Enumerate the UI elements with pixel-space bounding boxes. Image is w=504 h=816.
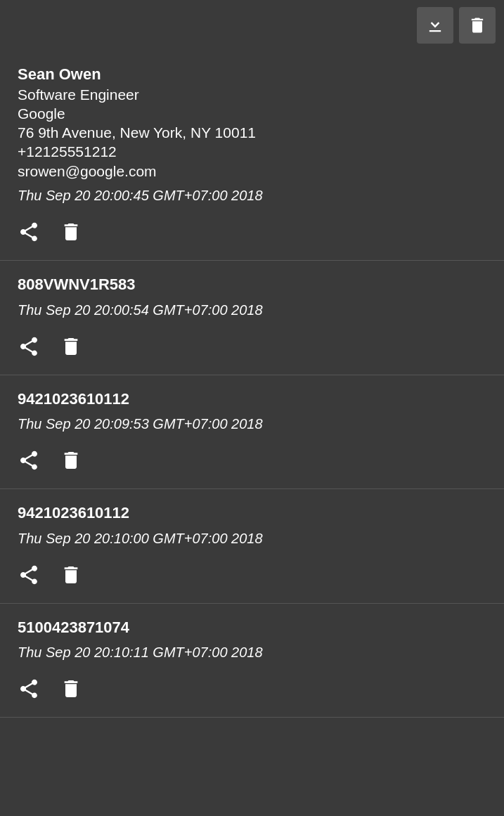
card-item-4: 5100423871074Thu Sep 20 20:10:11 GMT+07:…: [0, 604, 504, 718]
card-timestamp-4: Thu Sep 20 20:10:11 GMT+07:00 2018: [18, 645, 486, 661]
card-line-0-0: Sean Owen: [18, 65, 486, 85]
card-timestamp-3: Thu Sep 20 20:10:00 GMT+07:00 2018: [18, 531, 486, 547]
share-button-2[interactable]: [18, 449, 40, 472]
card-content-3: 9421023610112Thu Sep 20 20:10:00 GMT+07:…: [18, 503, 486, 547]
card-item-2: 9421023610112Thu Sep 20 20:09:53 GMT+07:…: [0, 375, 504, 490]
card-timestamp-0: Thu Sep 20 20:00:45 GMT+07:00 2018: [18, 188, 486, 204]
card-content-4: 5100423871074Thu Sep 20 20:10:11 GMT+07:…: [18, 618, 486, 661]
card-line-0-5: srowen@google.com: [18, 162, 486, 181]
card-actions-2: [18, 442, 486, 481]
card-actions-4: [18, 671, 486, 710]
card-line-0-2: Google: [18, 104, 486, 123]
card-line-4-0: 5100423871074: [18, 618, 486, 638]
top-toolbar: [0, 0, 504, 51]
download-button[interactable]: [417, 7, 453, 44]
card-delete-button-4[interactable]: [60, 678, 82, 700]
card-timestamp-1: Thu Sep 20 20:00:54 GMT+07:00 2018: [18, 302, 486, 318]
card-line-0-3: 76 9th Avenue, New York, NY 10011: [18, 123, 486, 142]
card-line-1-0: 808VWNV1R583: [18, 275, 486, 295]
card-line-3-0: 9421023610112: [18, 503, 486, 524]
card-timestamp-2: Thu Sep 20 20:09:53 GMT+07:00 2018: [18, 416, 486, 432]
card-line-2-0: 9421023610112: [18, 389, 486, 410]
card-actions-0: [18, 214, 486, 253]
share-button-4[interactable]: [18, 678, 40, 700]
share-button-3[interactable]: [18, 564, 40, 586]
delete-button[interactable]: [459, 7, 496, 44]
card-item-0: Sean OwenSoftware EngineerGoogle76 9th A…: [0, 51, 504, 261]
share-button-1[interactable]: [18, 335, 40, 358]
card-item-1: 808VWNV1R583Thu Sep 20 20:00:54 GMT+07:0…: [0, 261, 504, 375]
card-delete-button-0[interactable]: [60, 221, 82, 243]
card-content-0: Sean OwenSoftware EngineerGoogle76 9th A…: [18, 65, 486, 204]
card-content-1: 808VWNV1R583Thu Sep 20 20:00:54 GMT+07:0…: [18, 275, 486, 318]
card-delete-button-1[interactable]: [60, 335, 82, 358]
share-button-0[interactable]: [18, 221, 40, 243]
card-delete-button-2[interactable]: [60, 449, 82, 472]
card-line-0-1: Software Engineer: [18, 85, 486, 104]
card-content-2: 9421023610112Thu Sep 20 20:09:53 GMT+07:…: [18, 389, 486, 433]
cards-container: Sean OwenSoftware EngineerGoogle76 9th A…: [0, 51, 504, 718]
card-actions-3: [18, 557, 486, 596]
card-actions-1: [18, 328, 486, 368]
card-line-0-4: +12125551212: [18, 142, 486, 161]
card-delete-button-3[interactable]: [60, 564, 82, 586]
card-item-3: 9421023610112Thu Sep 20 20:10:00 GMT+07:…: [0, 489, 504, 604]
